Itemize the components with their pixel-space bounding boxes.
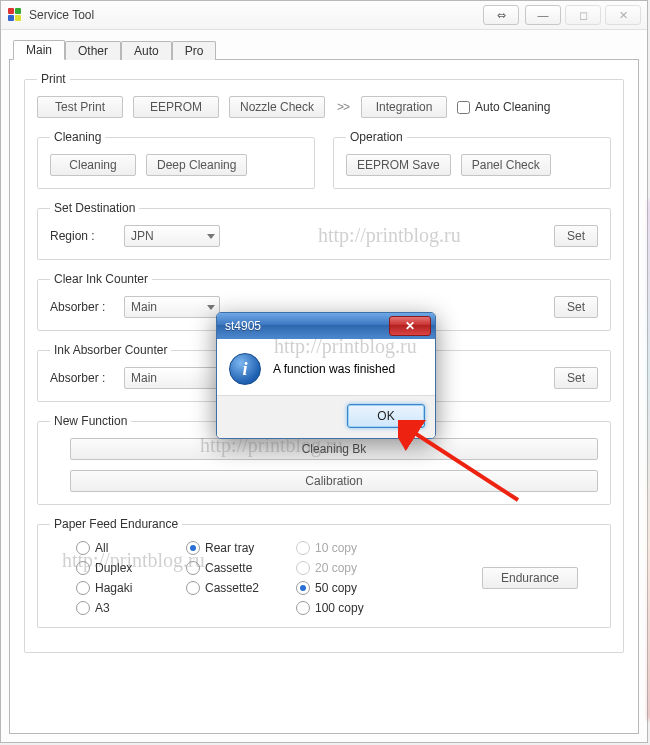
legend-ink-absorber: Ink Absorber Counter bbox=[50, 343, 171, 357]
region-select[interactable]: JPN bbox=[124, 225, 220, 247]
group-cleaning: Cleaning Cleaning Deep Cleaning bbox=[37, 130, 315, 189]
dialog-ok-button[interactable]: OK bbox=[347, 404, 425, 428]
auto-cleaning-checkbox[interactable]: Auto Cleaning bbox=[457, 100, 550, 114]
cleaning-bk-button[interactable]: Cleaning Bk bbox=[70, 438, 598, 460]
region-value: JPN bbox=[131, 229, 154, 243]
set-destination-set-button[interactable]: Set bbox=[554, 225, 598, 247]
tab-strip: Main Other Auto Pro bbox=[13, 37, 639, 59]
dialog-titlebar[interactable]: st4905 ✕ bbox=[217, 313, 435, 339]
region-label: Region : bbox=[50, 229, 114, 243]
dialog-close-button[interactable]: ✕ bbox=[389, 316, 431, 336]
close-icon: ✕ bbox=[405, 319, 415, 333]
chevron-down-icon bbox=[207, 305, 215, 310]
panel-check-button[interactable]: Panel Check bbox=[461, 154, 551, 176]
titlebar[interactable]: Service Tool ⇔ — ◻ ✕ bbox=[1, 1, 647, 30]
window-close-button: ✕ bbox=[605, 5, 641, 25]
radio-rear-tray[interactable]: Rear tray bbox=[186, 541, 296, 555]
clear-ink-absorber-select[interactable]: Main bbox=[124, 296, 220, 318]
group-operation: Operation EEPROM Save Panel Check bbox=[333, 130, 611, 189]
auto-cleaning-input[interactable] bbox=[457, 101, 470, 114]
radio-20-copy: 20 copy bbox=[296, 561, 386, 575]
more-arrows-icon: >> bbox=[335, 100, 351, 114]
tab-other[interactable]: Other bbox=[65, 41, 121, 60]
test-print-button[interactable]: Test Print bbox=[37, 96, 123, 118]
radio-hagaki[interactable]: Hagaki bbox=[76, 581, 186, 595]
info-icon: i bbox=[229, 353, 261, 385]
legend-operation: Operation bbox=[346, 130, 407, 144]
tab-pro[interactable]: Pro bbox=[172, 41, 217, 60]
radio-a3[interactable]: A3 bbox=[76, 601, 186, 615]
radio-cassette[interactable]: Cassette bbox=[186, 561, 296, 575]
radio-duplex[interactable]: Duplex bbox=[76, 561, 186, 575]
radio-100-copy[interactable]: 100 copy bbox=[296, 601, 386, 615]
clear-ink-set-button[interactable]: Set bbox=[554, 296, 598, 318]
legend-paper-feed: Paper Feed Endurance bbox=[50, 517, 182, 531]
ink-absorber-set-button[interactable]: Set bbox=[554, 367, 598, 389]
dialog-title: st4905 bbox=[225, 319, 389, 333]
tab-main[interactable]: Main bbox=[13, 40, 65, 60]
legend-set-destination: Set Destination bbox=[50, 201, 139, 215]
eeprom-button[interactable]: EEPROM bbox=[133, 96, 219, 118]
clear-ink-absorber-label: Absorber : bbox=[50, 300, 114, 314]
radio-50-copy[interactable]: 50 copy bbox=[296, 581, 386, 595]
tab-auto[interactable]: Auto bbox=[121, 41, 172, 60]
nozzle-check-button[interactable]: Nozzle Check bbox=[229, 96, 325, 118]
endurance-button[interactable]: Endurance bbox=[482, 567, 578, 589]
eeprom-save-button[interactable]: EEPROM Save bbox=[346, 154, 451, 176]
cleaning-button[interactable]: Cleaning bbox=[50, 154, 136, 176]
window-min-button[interactable]: — bbox=[525, 5, 561, 25]
group-paper-feed: Paper Feed Endurance All Rear tray 10 co… bbox=[37, 517, 611, 628]
chevron-down-icon bbox=[207, 234, 215, 239]
deep-cleaning-button[interactable]: Deep Cleaning bbox=[146, 154, 247, 176]
group-set-destination: Set Destination Region : JPN Set bbox=[37, 201, 611, 260]
calibration-button[interactable]: Calibration bbox=[70, 470, 598, 492]
ink-absorber-value: Main bbox=[131, 371, 157, 385]
ink-absorber-label: Absorber : bbox=[50, 371, 114, 385]
window-title: Service Tool bbox=[29, 8, 94, 22]
legend-print: Print bbox=[37, 72, 70, 86]
window-swap-button[interactable]: ⇔ bbox=[483, 5, 519, 25]
auto-cleaning-label: Auto Cleaning bbox=[475, 100, 550, 114]
radio-10-copy: 10 copy bbox=[296, 541, 386, 555]
legend-cleaning: Cleaning bbox=[50, 130, 105, 144]
message-dialog: st4905 ✕ i A function was finished OK bbox=[216, 312, 436, 439]
integration-button[interactable]: Integration bbox=[361, 96, 447, 118]
dialog-message: A function was finished bbox=[273, 362, 395, 376]
app-icon bbox=[7, 7, 23, 23]
window-max-button: ◻ bbox=[565, 5, 601, 25]
legend-new-function: New Function bbox=[50, 414, 131, 428]
legend-clear-ink: Clear Ink Counter bbox=[50, 272, 152, 286]
radio-cassette2[interactable]: Cassette2 bbox=[186, 581, 296, 595]
radio-all[interactable]: All bbox=[76, 541, 186, 555]
clear-ink-absorber-value: Main bbox=[131, 300, 157, 314]
